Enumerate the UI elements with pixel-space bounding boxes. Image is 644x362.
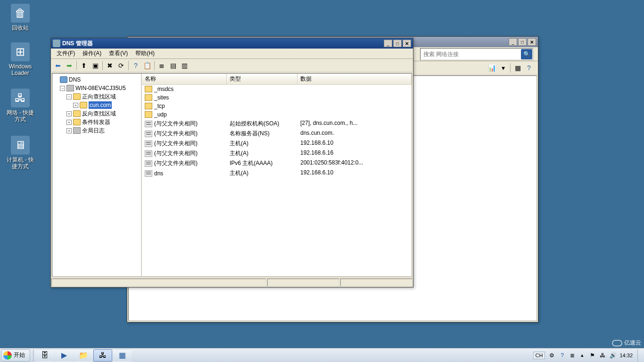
folder-icon (145, 103, 152, 109)
search-box[interactable]: 🔍 (420, 48, 533, 60)
search-button[interactable]: 🔍 (521, 49, 532, 59)
taskbar[interactable]: 开始 🗄 ▶ 📁 🖧 ▦ CH ⚙ ? ≣ ▴ ⚑ 🖧 🔊 14:32 (0, 348, 644, 362)
help-icon[interactable]: ? (558, 352, 566, 359)
tree-reverse-zones[interactable]: +反向查找区域 (66, 110, 140, 117)
list-row[interactable]: (与父文件夹相同)起始授权机构(SOA)[27], dns.cun.com., … (142, 119, 412, 129)
new-button[interactable]: ▥ (179, 60, 190, 71)
maximize-button[interactable]: □ (518, 38, 527, 46)
expand-icon[interactable]: + (66, 128, 72, 133)
view-button[interactable]: ▾ (498, 63, 508, 73)
app-icon: ⊞ (11, 42, 30, 61)
volume-icon[interactable]: 🔊 (609, 352, 617, 359)
up-button[interactable]: ⬆ (79, 60, 89, 71)
help-button[interactable]: ? (131, 60, 141, 71)
expand-icon[interactable]: + (66, 120, 72, 125)
list-row[interactable]: _msdcs (142, 85, 412, 93)
minimize-button[interactable]: _ (384, 40, 392, 47)
preview-button[interactable]: ▦ (512, 63, 523, 73)
desktop-icon-label: 回收站 (3, 25, 38, 31)
ime-ext-icon[interactable]: ≣ (569, 352, 576, 359)
forward-button[interactable]: ➡ (64, 60, 74, 71)
zone-icon (80, 102, 87, 108)
ql-dns[interactable]: ▦ (113, 349, 132, 362)
list-row[interactable]: (与父文件夹相同)IPv6 主机(AAAA)2001:0250:583f:401… (142, 158, 412, 168)
status-cell (340, 279, 413, 287)
list-row[interactable]: (与父文件夹相同)名称服务器(NS)dns.cun.com. (142, 129, 412, 139)
collapse-icon[interactable]: − (66, 94, 72, 99)
ql-server-manager[interactable]: 🗄 (35, 349, 54, 362)
ql-network[interactable]: 🖧 (93, 349, 112, 362)
ql-explorer[interactable]: 📁 (74, 349, 93, 362)
list-row[interactable]: dns主机(A)192.168.6.10 (142, 168, 412, 178)
col-type[interactable]: 类型 (227, 74, 297, 84)
menu-view[interactable]: 查看(V) (105, 49, 132, 58)
flag-icon[interactable]: ⚑ (588, 352, 596, 359)
delete-button[interactable]: ✖ (105, 60, 115, 71)
ime-settings-icon[interactable]: ⚙ (548, 352, 555, 359)
show-hidden-icons[interactable]: ▴ (579, 351, 586, 359)
ime-indicator[interactable]: CH (533, 352, 545, 359)
expand-icon[interactable]: + (73, 103, 78, 108)
folder-icon (73, 110, 81, 117)
list-row[interactable]: (与父文件夹相同)主机(A)192.168.6.10 (142, 139, 412, 148)
tree-zone-cuncom[interactable]: +cun.com (73, 101, 140, 109)
export-button[interactable]: ▤ (168, 60, 178, 71)
maximize-button[interactable]: □ (393, 40, 402, 47)
quick-launch: 🗄 ▶ 📁 🖧 ▦ (33, 349, 132, 362)
filter-button[interactable]: ≣ (157, 60, 167, 71)
cell-data: [27], dns.cun.com., h... (297, 119, 412, 128)
menu-file[interactable]: 文件(F) (53, 49, 79, 58)
list-row[interactable]: (与父文件夹相同)主机(A)192.168.6.16 (142, 148, 412, 158)
list-row[interactable]: _tcp (142, 102, 412, 110)
close-button[interactable]: ✕ (528, 38, 536, 46)
record-icon (145, 121, 152, 127)
help-button[interactable]: ? (524, 63, 534, 73)
cell-name: (与父文件夹相同) (154, 120, 198, 128)
search-input[interactable] (421, 50, 520, 58)
titlebar[interactable]: DNS 管理器 _ □ ✕ (51, 38, 413, 49)
cell-type: 起始授权机构(SOA) (227, 119, 297, 128)
refresh-button[interactable]: ⟳ (116, 60, 126, 71)
log-icon (73, 127, 81, 134)
cell-type: 主机(A) (227, 169, 297, 178)
list-body[interactable]: _msdcs_sites_tcp_udp(与父文件夹相同)起始授权机构(SOA)… (142, 85, 412, 276)
desktop-icon-network[interactable]: 🖧 网络 - 快捷方式 (3, 89, 38, 123)
tray-clock[interactable]: 14:32 (619, 353, 633, 358)
status-bar (51, 278, 413, 287)
dns-manager-window[interactable]: DNS 管理器 _ □ ✕ 文件(F) 操作(A) 查看(V) 帮助(H) ⬅ … (50, 38, 413, 288)
col-data[interactable]: 数据 (297, 74, 412, 84)
tree-global-log[interactable]: +全局日志 (66, 127, 140, 134)
properties-button[interactable]: 📋 (142, 60, 152, 71)
record-icon (145, 160, 152, 167)
list-pane: 名称 类型 数据 _msdcs_sites_tcp_udp(与父文件夹相同)起始… (142, 74, 412, 276)
menu-help[interactable]: 帮助(H) (132, 49, 158, 58)
show-hide-tree-button[interactable]: ▣ (90, 60, 100, 71)
list-row[interactable]: _udp (142, 110, 412, 119)
tree-root-dns[interactable]: DNS (53, 76, 140, 83)
watermark: 亿速云 (612, 339, 641, 347)
list-row[interactable]: _sites (142, 93, 412, 102)
desktop-icon-winloader[interactable]: ⊞ WindowsLoader (3, 42, 38, 76)
cell-name: _udp (154, 111, 167, 118)
close-button[interactable]: ✕ (403, 40, 411, 47)
menu-action[interactable]: 操作(A) (79, 49, 105, 58)
network-icon: 🖧 (11, 89, 30, 107)
desktop-icon-computer[interactable]: 🖥 计算机 - 快捷方式 (3, 136, 38, 170)
collapse-icon[interactable]: − (60, 86, 65, 91)
cell-name: (与父文件夹相同) (154, 149, 198, 157)
network-tray-icon[interactable]: 🖧 (599, 352, 606, 359)
tree-pane[interactable]: DNS −WIN-08EV4CJ35U5 −正向查找区域 +cun.com +反… (52, 74, 142, 276)
record-icon (145, 140, 152, 147)
expand-icon[interactable]: + (66, 111, 72, 116)
start-button[interactable]: 开始 (1, 349, 30, 362)
tree-server[interactable]: −WIN-08EV4CJ35U5 (60, 84, 140, 92)
tree-forward-zones[interactable]: −正向查找区域 (66, 93, 140, 100)
col-name[interactable]: 名称 (142, 74, 227, 84)
back-button[interactable]: ⬅ (53, 60, 63, 71)
tree-cond-forward[interactable]: +条件转发器 (66, 118, 140, 126)
show-desktop-button[interactable] (637, 349, 641, 362)
organize-button[interactable]: 📊 (487, 63, 497, 73)
desktop-icon-recycle[interactable]: 🗑 回收站 (3, 4, 38, 31)
ql-powershell[interactable]: ▶ (55, 349, 74, 362)
minimize-button[interactable]: _ (509, 38, 517, 46)
